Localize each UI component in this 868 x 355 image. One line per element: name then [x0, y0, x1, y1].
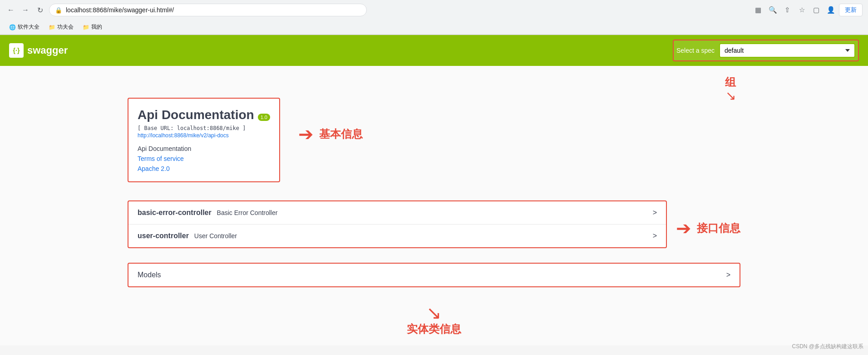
- info-description: Api Documentation: [138, 145, 270, 152]
- basic-error-controller-item[interactable]: basic-error-controller Basic Error Contr…: [128, 201, 666, 225]
- models-section: Models >: [128, 263, 740, 287]
- bookmark-software-label: 软件大全: [18, 23, 39, 31]
- cast-icon-btn[interactable]: ▦: [752, 4, 764, 16]
- basic-error-controller-desc: Basic Error Controller: [217, 209, 278, 216]
- csdn-watermark: CSDN @多点残缺构建这联系: [792, 343, 863, 345]
- url-input[interactable]: [66, 6, 361, 14]
- models-chevron: >: [726, 271, 730, 279]
- browser-chrome: ← → ↻ 🔒 ▦ 🔍 ⇧ ☆ ▢ 👤 更新 🌐 软件大全 📁 功夫会 📁 我的: [0, 0, 868, 35]
- models-title: Models: [138, 271, 161, 279]
- swagger-logo-icon: {·}: [9, 43, 24, 58]
- controllers-section-wrapper: basic-error-controller Basic Error Contr…: [128, 200, 740, 255]
- entity-label: 实体类信息: [407, 322, 461, 336]
- info-box: Api Documentation 1.0 [ Base URL: localh…: [128, 98, 280, 182]
- forward-button[interactable]: →: [20, 5, 31, 15]
- entity-arrow: ↘: [426, 304, 442, 322]
- bookmark-kungfu[interactable]: 📁 功夫会: [45, 22, 77, 32]
- browser-toolbar: ← → ↻ 🔒 ▦ 🔍 ⇧ ☆ ▢ 👤 更新: [0, 0, 868, 20]
- refresh-button[interactable]: ↻: [35, 5, 45, 15]
- basic-info-label: 基本信息: [319, 127, 363, 141]
- basic-info-arrow: ➔: [298, 125, 314, 143]
- api-doc-title: Api Documentation: [138, 108, 254, 122]
- user-controller-item[interactable]: user-controller User Controller >: [128, 225, 666, 247]
- bookmark-software-icon: 🌐: [9, 24, 16, 30]
- info-annotation: ➔ 基本信息: [298, 125, 363, 143]
- interface-label: 接口信息: [697, 221, 740, 235]
- group-annotation-arrow: ↘: [725, 90, 736, 102]
- api-docs-link[interactable]: http://localhost:8868/mike/v2/api-docs: [138, 132, 229, 139]
- entity-annotation: ↘ 实体类信息: [128, 304, 740, 336]
- swagger-header: {·} swagger Select a spec default: [0, 35, 868, 66]
- bookmark-kungfu-label: 功夫会: [57, 23, 74, 31]
- address-bar[interactable]: 🔒: [49, 4, 367, 16]
- models-row: Models >: [128, 263, 740, 295]
- group-annotation-label: 组: [725, 75, 736, 90]
- lock-icon: 🔒: [55, 7, 62, 14]
- bookmark-mine-icon: 📁: [83, 24, 89, 30]
- info-box-wrapper: Api Documentation 1.0 [ Base URL: localh…: [128, 98, 280, 191]
- content-wrapper: 组 ↘ Api Documentation 1.0 [ Base URL: lo…: [128, 75, 740, 336]
- spec-selector: Select a spec default: [676, 43, 855, 58]
- tab-icon-btn[interactable]: ▢: [810, 4, 823, 16]
- swagger-logo-text: swagger: [27, 45, 68, 56]
- user-controller-info: user-controller User Controller: [138, 232, 237, 240]
- license-link[interactable]: Apache 2.0: [138, 165, 270, 172]
- basic-error-controller-info: basic-error-controller Basic Error Contr…: [138, 209, 277, 217]
- interface-arrow: ➔: [676, 219, 691, 237]
- info-title: Api Documentation 1.0: [138, 108, 270, 122]
- bookmark-mine-label: 我的: [91, 23, 102, 31]
- basic-error-controller-name: basic-error-controller: [138, 209, 212, 216]
- version-badge: 1.0: [258, 114, 270, 121]
- swagger-logo: {·} swagger: [9, 43, 68, 58]
- star-icon-btn[interactable]: ☆: [795, 4, 808, 16]
- share-icon-btn[interactable]: ⇧: [781, 4, 794, 16]
- controllers-section: basic-error-controller Basic Error Contr…: [128, 200, 667, 248]
- models-header[interactable]: Models >: [128, 264, 740, 286]
- bookmarks-bar: 🌐 软件大全 📁 功夫会 📁 我的: [0, 20, 868, 35]
- interface-annotation: ➔ 接口信息: [676, 219, 740, 237]
- controllers-section-content: basic-error-controller Basic Error Contr…: [128, 200, 667, 255]
- basic-error-controller-chevron: >: [653, 209, 657, 217]
- spec-select[interactable]: default: [719, 43, 855, 58]
- user-controller-name: user-controller: [138, 232, 189, 240]
- base-url: [ Base URL: localhost:8868/mike ]: [138, 125, 270, 131]
- bookmark-software[interactable]: 🌐 软件大全: [5, 22, 43, 32]
- update-button[interactable]: 更新: [839, 4, 863, 16]
- bookmark-kungfu-icon: 📁: [49, 24, 55, 30]
- terms-of-service-link[interactable]: Terms of service: [138, 155, 270, 162]
- profile-icon-btn[interactable]: 👤: [824, 4, 837, 16]
- info-row: Api Documentation 1.0 [ Base URL: localh…: [128, 98, 740, 191]
- spec-label: Select a spec: [676, 47, 715, 54]
- bookmark-mine[interactable]: 📁 我的: [79, 22, 106, 32]
- back-button[interactable]: ←: [5, 5, 16, 15]
- swagger-main: 组 ↘ Api Documentation 1.0 [ Base URL: lo…: [0, 66, 868, 345]
- spec-selector-wrapper: Select a spec default: [673, 40, 859, 61]
- toolbar-icons: ▦ 🔍 ⇧ ☆ ▢ 👤 更新: [752, 4, 863, 16]
- user-controller-chevron: >: [653, 232, 657, 240]
- models-section-content: Models >: [128, 263, 740, 295]
- user-controller-desc: User Controller: [194, 232, 237, 240]
- zoom-icon-btn[interactable]: 🔍: [766, 4, 779, 16]
